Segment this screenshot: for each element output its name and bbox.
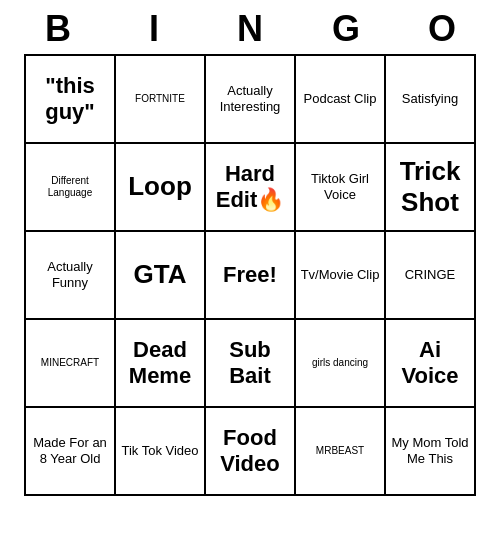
bingo-cell: Loop [116,144,206,232]
bingo-cell: Podcast Clip [296,56,386,144]
bingo-letter: O [398,8,486,50]
bingo-cell: My Mom Told Me This [386,408,476,496]
bingo-cell: Ai Voice [386,320,476,408]
bingo-cell: Free! [206,232,296,320]
bingo-letter: G [302,8,390,50]
bingo-cell: FORTNITE [116,56,206,144]
bingo-cell: Trick Shot [386,144,476,232]
bingo-cell: Made For an 8 Year Old [26,408,116,496]
bingo-cell: Satisfying [386,56,476,144]
bingo-cell: Sub Bait [206,320,296,408]
bingo-cell: Hard Edit🔥 [206,144,296,232]
bingo-letter: I [110,8,198,50]
bingo-cell: MRBEAST [296,408,386,496]
bingo-grid: "this guy"FORTNITEActually InterestingPo… [24,54,476,496]
bingo-cell: CRINGE [386,232,476,320]
bingo-cell: Actually Funny [26,232,116,320]
bingo-letter: B [14,8,102,50]
bingo-cell: Food Video [206,408,296,496]
bingo-cell: MINECRAFT [26,320,116,408]
bingo-cell: Actually Interesting [206,56,296,144]
bingo-header: BINGO [10,0,490,54]
bingo-cell: girls dancing [296,320,386,408]
bingo-cell: GTA [116,232,206,320]
bingo-cell: Tiktok Girl Voice [296,144,386,232]
bingo-cell: Different Language [26,144,116,232]
bingo-letter: N [206,8,294,50]
bingo-cell: Dead Meme [116,320,206,408]
bingo-cell: Tik Tok Video [116,408,206,496]
bingo-cell: "this guy" [26,56,116,144]
bingo-cell: Tv/Movie Clip [296,232,386,320]
